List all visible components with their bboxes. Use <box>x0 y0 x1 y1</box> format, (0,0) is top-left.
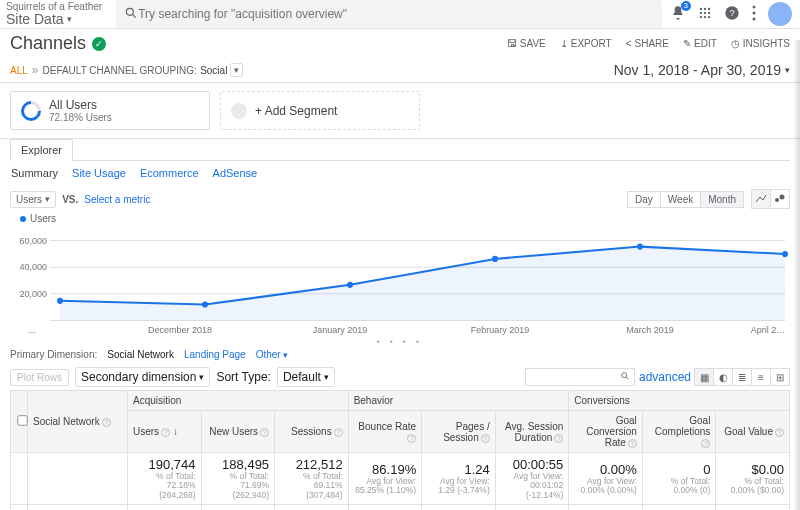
metric-selector[interactable]: Users▾ <box>10 191 56 208</box>
dimension-other[interactable]: Other ▾ <box>256 349 289 360</box>
data-cell: 00:00:54 <box>495 505 569 510</box>
save-icon: 🖫 <box>507 38 517 49</box>
edit-button[interactable]: ✎EDIT <box>683 38 717 49</box>
advanced-filter-link[interactable]: advanced <box>639 370 691 384</box>
chevron-down-icon: ▾ <box>785 65 790 75</box>
svg-point-2 <box>700 7 702 9</box>
col-sessions[interactable]: Sessions? <box>275 411 349 453</box>
svg-point-4 <box>708 7 710 9</box>
col-goal-completions[interactable]: Goal Completions? <box>642 411 716 453</box>
segment-add[interactable]: + Add Segment <box>220 91 420 130</box>
chart-type-line[interactable] <box>751 189 771 209</box>
resize-handle[interactable]: ▪ ▪ ▪ ▪ <box>0 337 800 345</box>
total-cell: 00:00:55Avg for View: 00:01:02 (-12.14%) <box>495 453 569 505</box>
breadcrumb-all[interactable]: ALL <box>10 65 28 76</box>
data-cell: $0.00 (0.00%) <box>716 505 790 510</box>
help-icon[interactable]: ? <box>481 434 490 443</box>
help-icon[interactable]: ? <box>260 428 269 437</box>
svg-line-38 <box>626 377 628 379</box>
dimension-landing-page[interactable]: Landing Page <box>184 349 246 360</box>
col-users[interactable]: Users? ↓ <box>128 411 202 453</box>
subtab-adsense[interactable]: AdSense <box>213 167 258 179</box>
col-pages-session[interactable]: Pages / Session? <box>422 411 496 453</box>
table-search[interactable] <box>525 368 635 386</box>
chart-type-motion[interactable] <box>770 189 790 209</box>
help-icon[interactable]: ? <box>161 428 170 437</box>
breadcrumb-dropdown[interactable]: ▾ <box>230 63 243 77</box>
help-icon[interactable]: ? <box>554 434 563 443</box>
help-icon[interactable]: ? <box>775 428 784 437</box>
insights-button[interactable]: ◷INSIGHTS <box>731 38 790 49</box>
search-bar[interactable] <box>116 0 662 28</box>
secondary-dimension-selector[interactable]: Secondary dimension▾ <box>75 367 210 387</box>
data-cell: 185,525 (98.42%) <box>201 505 275 510</box>
total-cell: 1.24Avg for View: 1.29 (-3.74%) <box>422 453 496 505</box>
view-percentage-button[interactable]: ◐ <box>713 368 733 386</box>
svg-point-30 <box>782 251 788 257</box>
col-bounce-rate[interactable]: Bounce Rate? <box>348 411 422 453</box>
bell-icon[interactable]: 3 <box>670 5 686 24</box>
account-switcher[interactable]: Squirrels of a Feather Site Data▾ <box>6 1 108 27</box>
tab-explorer[interactable]: Explorer <box>10 139 73 161</box>
col-goal-conversion-rate[interactable]: Goal Conversion Rate? <box>569 411 643 453</box>
subtab-site-usage[interactable]: Site Usage <box>72 167 126 179</box>
col-avg-session-duration[interactable]: Avg. Session Duration? <box>495 411 569 453</box>
view-comparison-button[interactable]: ≡ <box>751 368 771 386</box>
svg-text:February 2019: February 2019 <box>471 325 529 335</box>
breadcrumb-label: DEFAULT CHANNEL GROUPING: <box>42 65 196 76</box>
subtab-summary[interactable]: Summary <box>11 167 58 179</box>
breadcrumb-value: Social <box>200 65 227 76</box>
save-button[interactable]: 🖫SAVE <box>507 38 546 49</box>
view-pivot-button[interactable]: ⊞ <box>770 368 790 386</box>
table-row[interactable]: 1. Pinterest187,874 (98.37%)185,525 (98.… <box>11 505 790 510</box>
view-performance-button[interactable]: ≣ <box>732 368 752 386</box>
export-button[interactable]: ⤓EXPORT <box>560 38 612 49</box>
help-icon[interactable]: ? <box>628 439 637 448</box>
col-goal-value[interactable]: Goal Value? <box>716 411 790 453</box>
total-cell: 0% of Total: 0.00% (0) <box>642 453 716 505</box>
svg-point-0 <box>127 8 134 15</box>
sort-type-selector[interactable]: Default▾ <box>277 367 335 387</box>
subtab-ecommerce[interactable]: Ecommerce <box>140 167 199 179</box>
row-checkbox[interactable] <box>11 505 28 510</box>
svg-text:…: … <box>28 325 37 335</box>
svg-point-8 <box>700 15 702 17</box>
data-table: Social Network? Acquisition Behavior Con… <box>10 390 790 510</box>
date-range-text: Nov 1, 2018 - Apr 30, 2019 <box>614 62 781 78</box>
apps-icon[interactable] <box>698 6 712 23</box>
total-cell: 188,495% of Total: 71.69% (262,940) <box>201 453 275 505</box>
avatar[interactable] <box>768 2 792 26</box>
svg-point-9 <box>704 15 706 17</box>
search-input[interactable] <box>138 7 654 21</box>
dim-col-header[interactable]: Social Network <box>33 416 100 427</box>
svg-point-14 <box>753 11 756 14</box>
view-table-button[interactable]: ▦ <box>694 368 714 386</box>
data-cell: 187,874 (98.37%) <box>128 505 202 510</box>
search-icon <box>124 6 138 23</box>
time-button-day[interactable]: Day <box>627 191 661 208</box>
help-icon[interactable]: ? <box>724 5 740 24</box>
col-new-users[interactable]: New Users? <box>201 411 275 453</box>
chart[interactable]: 60,000 40,000 20,000 …December 2018Janua… <box>10 224 790 337</box>
select-metric-link[interactable]: Select a metric <box>84 194 150 205</box>
scrollbar[interactable] <box>793 40 800 510</box>
svg-point-16 <box>775 198 779 202</box>
time-button-month[interactable]: Month <box>700 191 744 208</box>
date-range-picker[interactable]: Nov 1, 2018 - Apr 30, 2019 ▾ <box>614 62 790 78</box>
sort-type-label: Sort Type: <box>216 370 270 384</box>
notification-count-badge: 3 <box>681 1 691 11</box>
data-cell: 0 (0.00%) <box>642 505 716 510</box>
share-button[interactable]: <SHARE <box>626 38 669 49</box>
time-button-week[interactable]: Week <box>660 191 701 208</box>
help-icon[interactable]: ? <box>334 428 343 437</box>
chevron-down-icon: ▾ <box>324 372 329 382</box>
svg-text:March 2019: March 2019 <box>626 325 673 335</box>
overflow-menu-icon[interactable] <box>752 5 756 24</box>
dimension-social-network[interactable]: Social Network <box>107 349 174 360</box>
segment-all-users[interactable]: All Users 72.18% Users <box>10 91 210 130</box>
select-all-checkbox[interactable] <box>11 391 28 453</box>
help-icon[interactable]: ? <box>102 418 111 427</box>
help-icon[interactable]: ? <box>407 434 416 443</box>
plot-rows-button: Plot Rows <box>10 369 69 386</box>
help-icon[interactable]: ? <box>701 439 710 448</box>
